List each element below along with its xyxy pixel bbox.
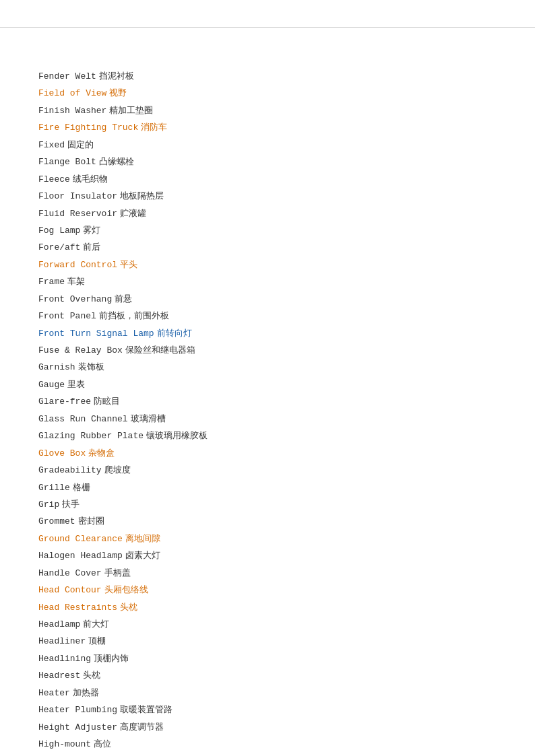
list-item: Hinge铰链 [0, 753, 535, 757]
list-item: Gradeability爬坡度 [0, 462, 535, 479]
entry-chinese: 格栅 [73, 481, 90, 495]
entry-chinese: 雾灯 [83, 224, 100, 238]
main-content: Fender Welt挡泥衬板Field of View视野Finish Was… [0, 27, 535, 756]
entry-chinese: 玻璃滑槽 [131, 412, 166, 426]
entry-english: Glazing Rubber Plate [38, 429, 144, 443]
entry-english: Glass Run Channel [38, 412, 128, 426]
list-item: Height Adjuster高度调节器 [0, 719, 535, 736]
list-item: Finish Washer精加工垫圈 [0, 102, 535, 119]
entry-chinese: 加热器 [73, 686, 99, 700]
entry-chinese: 消防车 [141, 121, 167, 135]
entry-chinese: 镶玻璃用橡胶板 [146, 429, 208, 443]
entry-english: Grille [38, 481, 70, 495]
entry-english: Front Panel [38, 309, 96, 323]
entry-english: Finish Washer [38, 104, 106, 118]
entry-chinese: 杂物盒 [88, 446, 115, 460]
entry-english: Fog Lamp [38, 224, 80, 238]
list-item: Fuse & Relay Box保险丝和继电器箱 [0, 342, 535, 359]
entry-english: Headliner [38, 634, 86, 648]
entry-chinese: 贮液罐 [120, 207, 146, 221]
entry-english: Head Contour [38, 583, 102, 597]
list-item: Flange Bolt凸缘螺栓 [0, 153, 535, 170]
entry-chinese: 高度调节器 [120, 720, 164, 734]
entry-chinese: 保险丝和继电器箱 [125, 343, 195, 357]
entry-chinese: 精加工垫圈 [109, 104, 153, 118]
entry-english: Grip [38, 497, 59, 512]
list-item: Handle Cover手柄盖 [0, 565, 535, 582]
entry-english: Gauge [38, 378, 65, 392]
entry-chinese: 视野 [109, 86, 127, 100]
entry-chinese: 前大灯 [83, 617, 109, 631]
entry-chinese: 前转向灯 [157, 327, 192, 341]
list-item: Fog Lamp雾灯 [0, 222, 535, 239]
entry-english: Fore/aft [38, 240, 80, 254]
entry-english: Fleece [38, 172, 70, 186]
list-item: Glass Run Channel玻璃滑槽 [0, 411, 535, 427]
entry-english: Floor Insulator [38, 189, 117, 203]
entry-english: Forward Control [38, 258, 117, 272]
list-item: Glove Box杂物盒 [0, 445, 535, 462]
entry-chinese: 顶棚内饰 [94, 652, 129, 666]
entry-english: Fixed [38, 138, 65, 152]
list-item: High-mount高位 [0, 736, 535, 753]
entry-chinese: 扶手 [62, 497, 80, 512]
entry-english: Gradeability [38, 463, 102, 477]
list-item: Fore/aft前后 [0, 239, 535, 256]
entry-chinese: 头枕 [120, 600, 137, 615]
list-item: Halogen Headlamp卤素大灯 [0, 547, 535, 564]
list-item: Head Contour头厢包络线 [0, 582, 535, 598]
entry-english: Garnish [38, 360, 75, 374]
entry-chinese: 顶棚 [88, 634, 106, 648]
list-item: Glazing Rubber Plate镶玻璃用橡胶板 [0, 427, 535, 444]
entry-chinese: 地板隔热层 [120, 189, 164, 203]
entry-english: Fuse & Relay Box [38, 343, 123, 357]
entry-chinese: 装饰板 [78, 360, 104, 374]
entry-english: Height Adjuster [38, 720, 117, 734]
entry-english: Fire Fighting Truck [38, 121, 138, 135]
entry-english: Headlamp [38, 617, 80, 631]
entry-chinese: 卤素大灯 [125, 549, 160, 563]
entry-chinese: 挡泥衬板 [99, 69, 134, 83]
entry-chinese: 固定的 [67, 138, 94, 152]
entry-chinese: 高位 [94, 737, 111, 751]
list-item: Glare-free防眩目 [0, 393, 535, 410]
list-item: Field of View视野 [0, 85, 535, 102]
list-item: Fire Fighting Truck消防车 [0, 119, 535, 136]
entry-chinese: 绒毛织物 [73, 172, 108, 186]
list-item: Grip扶手 [0, 496, 535, 513]
entry-chinese: 防眩目 [94, 394, 120, 409]
entry-chinese: 前挡板，前围外板 [99, 309, 169, 323]
list-item: Floor Insulator地板隔热层 [0, 188, 535, 205]
entry-english: Fluid Reservoir [38, 207, 117, 221]
entry-english: Frame [38, 275, 65, 289]
list-item: Headrest头枕 [0, 667, 535, 684]
entry-chinese: 里表 [67, 378, 85, 392]
list-item: Fleece绒毛织物 [0, 171, 535, 188]
entry-english: Ground Clearance [38, 532, 123, 546]
list-item: Headlining顶棚内饰 [0, 650, 535, 667]
list-item: Fender Welt挡泥衬板 [0, 68, 535, 85]
entry-chinese: 前悬 [115, 292, 132, 306]
entry-english: Heater Plumbing [38, 703, 117, 717]
list-item: Heater Plumbing取暖装置管路 [0, 701, 535, 718]
entry-english: Headrest [38, 668, 80, 683]
list-item: Forward Control平头 [0, 256, 535, 273]
list-item: Front Panel前挡板，前围外板 [0, 308, 535, 324]
entry-english: Flange Bolt [38, 155, 96, 169]
list-item: Headlamp前大灯 [0, 616, 535, 633]
entry-english: Grommet [38, 514, 75, 528]
entry-english: Halogen Headlamp [38, 549, 123, 563]
entry-chinese: 凸缘螺栓 [99, 155, 134, 169]
entry-chinese: 离地间隙 [125, 532, 160, 546]
entry-chinese: 取暖装置管路 [120, 703, 172, 717]
entry-english: Heater [38, 686, 70, 700]
entry-english: Fender Welt [38, 69, 96, 83]
list-item: Front Turn Signal Lamp前转向灯 [0, 325, 535, 342]
entry-chinese: 车架 [67, 275, 85, 289]
list-item: Fluid Reservoir贮液罐 [0, 205, 535, 222]
entry-chinese: 头枕 [83, 668, 100, 683]
list-item: Head Restraints头枕 [0, 599, 535, 616]
entry-chinese: 平头 [120, 258, 137, 272]
entry-chinese: 头厢包络线 [104, 583, 148, 597]
list-item: Headliner顶棚 [0, 633, 535, 650]
